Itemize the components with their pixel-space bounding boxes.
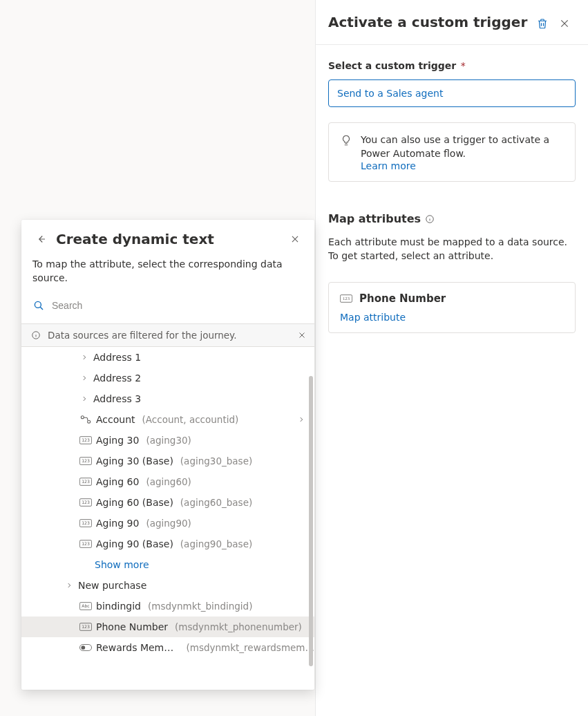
svg-text:123: 123 xyxy=(82,479,90,484)
show-more-link[interactable]: Show more xyxy=(21,554,314,575)
tree-item-logical: (msdynmkt_rewardsmem… xyxy=(187,642,314,653)
number-type-icon: 123 xyxy=(340,294,352,303)
number-type-icon: 123 xyxy=(79,498,92,507)
filter-banner-text: Data sources are filtered for the journe… xyxy=(48,330,236,341)
tree-item-logical: (aging30) xyxy=(146,435,191,446)
close-icon xyxy=(559,18,570,29)
trigger-select[interactable]: Send to a Sales agent xyxy=(328,79,576,107)
chevron-right-icon xyxy=(298,416,305,423)
trash-icon xyxy=(536,17,549,30)
tree-node-new-purchase[interactable]: New purchase xyxy=(21,575,314,596)
map-attributes-heading: Map attributes xyxy=(328,212,576,225)
tree-node-phone-number[interactable]: 123 Phone Number (msdynmkt_phonenumber) xyxy=(21,616,314,637)
svg-text:123: 123 xyxy=(82,541,90,546)
tree-node-address1[interactable]: Address 1 xyxy=(21,347,314,368)
svg-text:123: 123 xyxy=(82,500,90,505)
info-icon xyxy=(31,330,41,340)
tree-item-logical: (aging90_base) xyxy=(180,538,252,549)
attribute-row: 123 Phone Number xyxy=(340,292,564,305)
close-icon xyxy=(298,331,306,339)
svg-point-24 xyxy=(81,646,85,650)
attribute-card[interactable]: 123 Phone Number Map attribute xyxy=(328,282,576,333)
tree-item-label: Account xyxy=(96,414,135,425)
tree-item-label: Address 3 xyxy=(93,393,141,404)
tree-item-label: Aging 90 (Base) xyxy=(96,538,173,549)
tree-item-logical: (aging90) xyxy=(146,518,191,529)
svg-text:123: 123 xyxy=(82,520,90,525)
scrollbar-thumb[interactable] xyxy=(309,376,313,666)
tree-item-label: bindingid xyxy=(96,601,141,612)
boolean-type-icon xyxy=(79,643,92,652)
chevron-right-icon xyxy=(79,354,89,361)
tree-node-aging30[interactable]: 123 Aging 30 (aging30) xyxy=(21,430,314,451)
delete-button[interactable] xyxy=(531,12,553,35)
select-trigger-label-row: Select a custom trigger * xyxy=(328,60,576,71)
chevron-right-icon xyxy=(79,375,89,381)
panel-title: Activate a custom trigger xyxy=(328,12,531,32)
panel-header: Activate a custom trigger xyxy=(316,0,588,45)
tree-node-aging90[interactable]: 123 Aging 90 (aging90) xyxy=(21,513,314,534)
back-button[interactable] xyxy=(31,229,50,249)
close-panel-button[interactable] xyxy=(553,12,576,35)
svg-text:123: 123 xyxy=(82,624,90,629)
map-attribute-link[interactable]: Map attribute xyxy=(340,312,564,323)
tree-item-logical: (aging30_base) xyxy=(180,455,252,467)
attribute-name: Phone Number xyxy=(359,292,446,305)
tree-item-logical: (msdynmkt_bindingid) xyxy=(148,601,253,612)
close-icon xyxy=(290,234,300,244)
map-attributes-description: Each attribute must be mapped to a data … xyxy=(328,235,576,263)
tree-item-label: Aging 30 (Base) xyxy=(96,455,173,467)
tree-node-account[interactable]: Account (Account, accountid) xyxy=(21,409,314,430)
search-icon xyxy=(32,299,45,312)
arrow-left-icon xyxy=(35,233,47,245)
tree-node-aging60-base[interactable]: 123 Aging 60 (Base) (aging60_base) xyxy=(21,492,314,513)
tree-item-label: Rewards Member xyxy=(96,642,180,653)
number-type-icon: 123 xyxy=(79,539,92,549)
tree-node-address3[interactable]: Address 3 xyxy=(21,388,314,409)
number-type-icon: 123 xyxy=(79,477,92,487)
data-source-tree[interactable]: Address 1 Address 2 Address 3 Account (A… xyxy=(21,347,314,690)
tree-node-aging60[interactable]: 123 Aging 60 (aging60) xyxy=(21,471,314,492)
info-text-block: You can also use a trigger to activate a… xyxy=(361,133,564,171)
filter-dismiss-button[interactable] xyxy=(298,331,306,339)
tree-node-rewards-member[interactable]: Rewards Member (msdynmkt_rewardsmem… xyxy=(21,637,314,658)
tree-node-address2[interactable]: Address 2 xyxy=(21,368,314,388)
tree-item-label: Phone Number xyxy=(96,621,168,632)
tree-item-logical: (msdynmkt_phonenumber) xyxy=(175,621,302,632)
trigger-select-value: Send to a Sales agent xyxy=(337,88,443,99)
tree-item-label: Aging 60 (Base) xyxy=(96,497,173,508)
show-more-label: Show more xyxy=(95,559,149,570)
tree-wrapper: Address 1 Address 2 Address 3 Account (A… xyxy=(21,347,314,690)
chevron-right-icon xyxy=(79,395,89,402)
tree-item-logical: (aging60_base) xyxy=(180,497,252,508)
svg-point-5 xyxy=(81,416,84,419)
map-attributes-heading-text: Map attributes xyxy=(328,212,421,225)
tree-item-label: Aging 90 xyxy=(96,518,139,529)
number-type-icon: 123 xyxy=(79,456,92,466)
search-input[interactable] xyxy=(52,296,303,315)
tree-item-label: Aging 30 xyxy=(96,435,139,446)
svg-point-6 xyxy=(88,420,91,423)
info-text: You can also use a trigger to activate a… xyxy=(361,134,549,159)
tree-item-logical: (aging60) xyxy=(146,476,191,487)
popover-title: Create dynamic text xyxy=(56,231,285,247)
tree-node-aging30-base[interactable]: 123 Aging 30 (Base) (aging30_base) xyxy=(21,451,314,471)
popover-description: To map the attribute, select the corresp… xyxy=(21,249,314,293)
svg-text:123: 123 xyxy=(82,458,90,463)
learn-more-link[interactable]: Learn more xyxy=(361,160,564,171)
select-trigger-label: Select a custom trigger xyxy=(328,60,456,71)
lightbulb-icon xyxy=(340,134,352,171)
tree-node-bindingid[interactable]: Abc bindingid (msdynmkt_bindingid) xyxy=(21,596,314,616)
info-icon[interactable] xyxy=(425,214,435,224)
tree-item-label: Address 2 xyxy=(93,373,141,384)
text-type-icon: Abc xyxy=(79,601,92,611)
popover-close-button[interactable] xyxy=(285,229,305,249)
tree-node-aging90-base[interactable]: 123 Aging 90 (Base) (aging90_base) xyxy=(21,534,314,554)
svg-text:123: 123 xyxy=(343,296,350,301)
svg-text:123: 123 xyxy=(82,437,90,442)
number-type-icon: 123 xyxy=(79,622,92,632)
required-indicator: * xyxy=(461,60,466,71)
tree-item-label: Address 1 xyxy=(93,352,141,363)
tree-item-logical: (Account, accountid) xyxy=(142,414,239,425)
chevron-right-icon xyxy=(64,582,74,589)
